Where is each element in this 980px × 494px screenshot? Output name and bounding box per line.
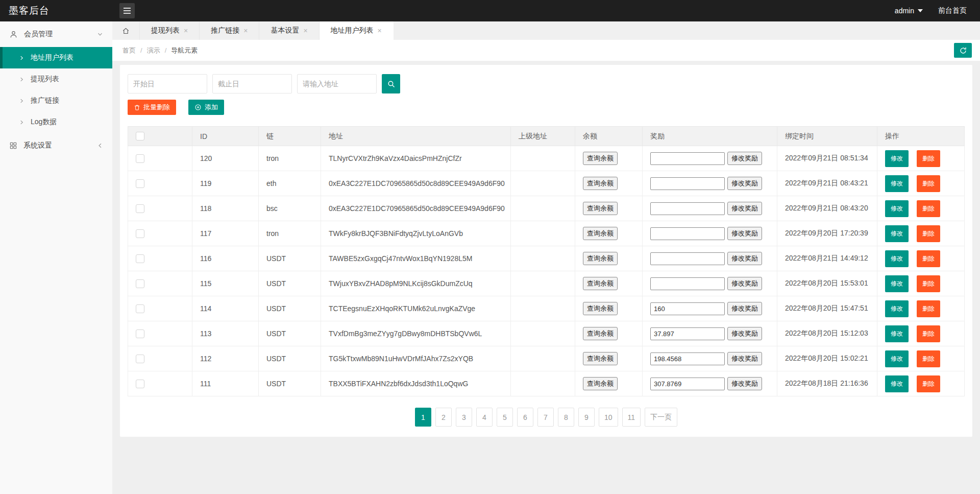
delete-button[interactable]: 删除 <box>917 175 940 192</box>
delete-button[interactable]: 删除 <box>917 375 940 392</box>
tab-1[interactable]: 提现列表× <box>140 21 200 40</box>
page-button[interactable]: 1 <box>415 408 431 427</box>
close-icon[interactable]: × <box>243 27 248 34</box>
breadcrumb-item[interactable]: 演示 <box>147 46 160 55</box>
reward-input[interactable] <box>650 177 725 190</box>
modify-reward-button[interactable]: 修改奖励 <box>727 152 762 165</box>
modify-reward-button[interactable]: 修改奖励 <box>727 177 762 190</box>
close-icon[interactable]: × <box>303 27 307 34</box>
edit-button[interactable]: 修改 <box>885 175 909 192</box>
sidebar-group-system[interactable]: 系统设置 <box>0 133 112 158</box>
page-button[interactable]: 11 <box>622 408 641 427</box>
page-button[interactable]: 2 <box>435 408 452 427</box>
front-home-link[interactable]: 前台首页 <box>938 6 967 15</box>
sidebar-item[interactable]: 提现列表 <box>0 68 112 90</box>
modify-reward-button[interactable]: 修改奖励 <box>727 227 762 240</box>
row-checkbox[interactable] <box>136 279 144 288</box>
row-checkbox[interactable] <box>136 330 144 338</box>
edit-button[interactable]: 修改 <box>885 300 909 317</box>
reward-input[interactable] <box>650 277 725 290</box>
row-checkbox[interactable] <box>136 380 144 388</box>
tab-4[interactable]: 地址用户列表× <box>320 21 394 40</box>
edit-button[interactable]: 修改 <box>885 200 909 217</box>
reward-input[interactable] <box>650 327 725 340</box>
reward-input[interactable] <box>650 378 725 390</box>
row-checkbox[interactable] <box>136 179 144 188</box>
query-balance-button[interactable]: 查询余额 <box>583 302 618 315</box>
sidebar-group-members[interactable]: 会员管理 <box>0 21 112 47</box>
page-button[interactable]: 6 <box>517 408 533 427</box>
page-button[interactable]: 7 <box>537 408 554 427</box>
reward-input[interactable] <box>650 202 725 215</box>
delete-button[interactable]: 删除 <box>917 350 940 367</box>
page-button[interactable]: 5 <box>497 408 513 427</box>
delete-button[interactable]: 删除 <box>917 325 940 342</box>
query-balance-button[interactable]: 查询余额 <box>583 177 618 190</box>
page-button[interactable]: 10 <box>599 408 618 427</box>
delete-button[interactable]: 删除 <box>917 200 940 217</box>
delete-button[interactable]: 删除 <box>917 225 940 242</box>
reward-input[interactable] <box>650 302 725 315</box>
sidebar-item[interactable]: 地址用户列表 <box>0 47 112 68</box>
edit-button[interactable]: 修改 <box>885 150 909 167</box>
delete-button[interactable]: 删除 <box>917 250 940 267</box>
query-balance-button[interactable]: 查询余额 <box>583 252 618 265</box>
modify-reward-button[interactable]: 修改奖励 <box>727 327 762 340</box>
row-checkbox[interactable] <box>136 254 144 263</box>
query-balance-button[interactable]: 查询余额 <box>583 202 618 215</box>
query-balance-button[interactable]: 查询余额 <box>583 152 618 165</box>
batch-delete-button[interactable]: 批量删除 <box>128 100 176 115</box>
row-checkbox[interactable] <box>136 355 144 363</box>
row-checkbox[interactable] <box>136 204 144 213</box>
modify-reward-button[interactable]: 修改奖励 <box>727 277 762 290</box>
tab-home[interactable] <box>112 21 140 40</box>
end-date-input[interactable] <box>212 74 292 93</box>
edit-button[interactable]: 修改 <box>885 275 909 292</box>
close-icon[interactable]: × <box>378 27 382 34</box>
delete-button[interactable]: 删除 <box>917 275 940 292</box>
page-button[interactable]: 3 <box>456 408 472 427</box>
tab-3[interactable]: 基本设置× <box>259 21 319 40</box>
reward-input[interactable] <box>650 152 725 165</box>
edit-button[interactable]: 修改 <box>885 325 909 342</box>
modify-reward-button[interactable]: 修改奖励 <box>727 352 762 365</box>
modify-reward-button[interactable]: 修改奖励 <box>727 377 762 390</box>
page-button[interactable]: 4 <box>476 408 493 427</box>
query-balance-button[interactable]: 查询余额 <box>583 352 618 365</box>
page-button[interactable]: 8 <box>558 408 574 427</box>
row-checkbox[interactable] <box>136 304 144 313</box>
reward-input[interactable] <box>650 352 725 365</box>
edit-button[interactable]: 修改 <box>885 250 909 267</box>
modify-reward-button[interactable]: 修改奖励 <box>727 302 762 315</box>
edit-button[interactable]: 修改 <box>885 350 909 367</box>
row-checkbox[interactable] <box>136 229 144 238</box>
query-balance-button[interactable]: 查询余额 <box>583 327 618 340</box>
sidebar-item[interactable]: Log数据 <box>0 111 112 133</box>
next-page-button[interactable]: 下一页 <box>645 408 677 427</box>
menu-toggle-button[interactable] <box>119 3 135 18</box>
page-button[interactable]: 9 <box>578 408 595 427</box>
breadcrumb-item[interactable]: 首页 <box>122 46 136 55</box>
modify-reward-button[interactable]: 修改奖励 <box>727 202 762 215</box>
address-search-input[interactable] <box>297 74 377 93</box>
reward-input[interactable] <box>650 227 725 240</box>
user-menu[interactable]: admin <box>895 7 923 15</box>
delete-button[interactable]: 删除 <box>917 300 940 317</box>
select-all-checkbox[interactable] <box>136 132 144 140</box>
query-balance-button[interactable]: 查询余额 <box>583 227 618 240</box>
refresh-button[interactable] <box>954 43 972 58</box>
close-icon[interactable]: × <box>184 27 188 34</box>
sidebar-item[interactable]: 推广链接 <box>0 90 112 111</box>
delete-button[interactable]: 删除 <box>917 150 940 167</box>
edit-button[interactable]: 修改 <box>885 375 909 392</box>
start-date-input[interactable] <box>128 74 207 93</box>
query-balance-button[interactable]: 查询余额 <box>583 277 618 290</box>
tab-2[interactable]: 推广链接× <box>200 21 259 40</box>
search-button[interactable] <box>382 74 400 93</box>
query-balance-button[interactable]: 查询余额 <box>583 377 618 390</box>
row-checkbox[interactable] <box>136 154 144 163</box>
edit-button[interactable]: 修改 <box>885 225 909 242</box>
reward-input[interactable] <box>650 252 725 265</box>
add-button[interactable]: 添加 <box>188 100 224 115</box>
modify-reward-button[interactable]: 修改奖励 <box>727 252 762 265</box>
